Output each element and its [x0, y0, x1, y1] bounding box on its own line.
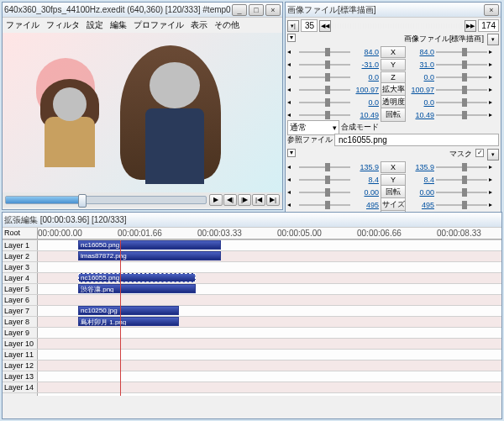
timeline-layer[interactable]: Layer 1nc16050.png — [3, 240, 501, 251]
layer-track[interactable]: nc10250.jpg — [38, 306, 501, 316]
layer-track[interactable] — [38, 328, 501, 338]
frame-end[interactable]: 174 — [478, 19, 499, 32]
param-value-right[interactable]: 8.4 — [407, 176, 434, 184]
param-slider[interactable] — [299, 113, 350, 118]
param-slider[interactable] — [436, 177, 487, 182]
frame-start[interactable]: 35 — [301, 19, 318, 32]
layer-label[interactable]: Layer 3 — [3, 262, 38, 272]
layer-track[interactable]: 渋谷凛.png — [38, 284, 501, 294]
timeline-layer[interactable]: Layer 2imas87872.png — [3, 251, 501, 262]
key-left-icon[interactable]: ◂ — [287, 111, 297, 118]
param-slider[interactable] — [299, 50, 350, 55]
timeline-clip[interactable]: 島村卯月 1.png — [78, 317, 179, 326]
layer-track[interactable] — [38, 262, 501, 272]
layer-track[interactable] — [38, 393, 501, 396]
key-left-icon[interactable]: ◂ — [287, 48, 297, 55]
layer-label[interactable]: Layer 14 — [3, 382, 38, 392]
layer-label[interactable]: Layer 7 — [3, 306, 38, 316]
menu-other[interactable]: その他 — [214, 19, 239, 31]
props-titlebar[interactable]: 画像ファイル[標準描画] × — [286, 3, 501, 18]
param-value-left[interactable]: 0.0 — [352, 73, 379, 82]
layer-track[interactable]: nc16055.png — [38, 273, 501, 283]
param-value-right[interactable]: 84.0 — [407, 48, 434, 56]
prev-key-button[interactable]: ◀◀ — [319, 20, 331, 32]
menu-file[interactable]: ファイル — [6, 19, 39, 31]
param-value-left[interactable]: 0.00 — [352, 188, 379, 197]
param-label[interactable]: Y — [381, 174, 406, 186]
param-value-right[interactable]: 31.0 — [407, 61, 434, 69]
timeline-layer[interactable]: Layer 7nc10250.jpg — [3, 306, 501, 317]
param-value-right[interactable]: 135.9 — [407, 163, 434, 171]
key-left-icon[interactable]: ◂ — [287, 201, 297, 208]
timeline-layer[interactable]: Layer 10 — [3, 339, 501, 350]
timeline-layer[interactable]: Layer 3 — [3, 262, 501, 273]
param-slider[interactable] — [436, 50, 487, 55]
timeline-clip[interactable]: nc16050.png — [78, 240, 221, 250]
param-slider[interactable] — [299, 165, 350, 170]
param-slider[interactable] — [436, 113, 487, 118]
timeline-layer[interactable]: Layer 5渋谷凛.png — [3, 284, 501, 295]
param-label[interactable]: Y — [381, 59, 406, 71]
param-slider[interactable] — [436, 87, 487, 92]
param-value-left[interactable]: 84.0 — [352, 48, 379, 56]
layer-label[interactable]: Layer 6 — [3, 295, 38, 305]
menu-settings[interactable]: 設定 — [87, 19, 103, 31]
param-value-right[interactable]: 495 — [407, 201, 434, 209]
menu-profile[interactable]: プロファイル — [134, 19, 184, 31]
next-frame-button[interactable]: |▶ — [238, 194, 251, 206]
param-value-right[interactable]: 100.97 — [407, 86, 434, 94]
timeline-clip[interactable]: nc16055.png — [78, 273, 196, 282]
param-value-right[interactable]: 10.49 — [407, 111, 434, 119]
layer-label[interactable]: Layer 13 — [3, 371, 38, 382]
layer-track[interactable] — [38, 382, 501, 392]
param-slider[interactable] — [436, 75, 487, 80]
key-left-icon[interactable]: ◂ — [287, 163, 297, 171]
param-label[interactable]: 回転 — [381, 108, 406, 122]
param-value-left[interactable]: 10.49 — [352, 111, 379, 119]
start-button[interactable]: |◀ — [252, 194, 265, 206]
key-left-icon[interactable]: ◂ — [287, 188, 297, 196]
menu-filter[interactable]: フィルタ — [46, 19, 80, 31]
layer-label[interactable]: Layer 8 — [3, 317, 38, 327]
layer-label[interactable]: Layer 9 — [3, 328, 38, 338]
key-right-icon[interactable]: ▸ — [489, 201, 499, 208]
timeline-layer[interactable]: Layer 4nc16055.png — [3, 273, 501, 284]
param-label[interactable]: X — [381, 161, 406, 173]
key-right-icon[interactable]: ▸ — [489, 48, 499, 55]
timeline-layer[interactable]: Layer 13 — [3, 371, 501, 382]
mask-menu[interactable]: ▾ — [487, 149, 499, 161]
param-slider[interactable] — [436, 190, 487, 195]
key-left-icon[interactable]: ◂ — [287, 61, 297, 68]
timeline-layer[interactable]: Layer 11 — [3, 350, 501, 360]
timeline-layer[interactable]: Layer 9 — [3, 328, 501, 339]
param-slider[interactable] — [436, 100, 487, 105]
param-slider[interactable] — [436, 62, 487, 67]
seek-track[interactable] — [5, 196, 207, 204]
layer-label[interactable]: Layer 11 — [3, 350, 38, 360]
key-right-icon[interactable]: ▸ — [489, 61, 499, 68]
param-slider[interactable] — [299, 203, 350, 208]
timeline-clip[interactable]: nc10250.jpg — [78, 306, 179, 315]
next-key-button[interactable]: ▶▶ — [465, 20, 476, 32]
key-left-icon[interactable]: ◂ — [287, 86, 297, 93]
timeline-clip[interactable]: imas87872.png — [78, 251, 221, 260]
play-button[interactable]: ▶ — [209, 194, 223, 206]
layer-track[interactable]: imas87872.png — [38, 251, 501, 261]
preview-titlebar[interactable]: 640x360_30fps_44100Hz.exedit (640,360) [… — [3, 3, 282, 18]
layer-label[interactable]: Layer 5 — [3, 284, 38, 294]
file-type-menu[interactable]: ▾ — [487, 34, 499, 45]
timeline-titlebar[interactable]: 拡張編集 [00:00:03.96] [120/333] — [3, 213, 501, 228]
section2-toggle[interactable]: ▾ — [287, 149, 296, 157]
param-value-right[interactable]: 0.00 — [407, 188, 434, 197]
param-value-left[interactable]: 0.0 — [352, 98, 379, 107]
layer-track[interactable] — [38, 360, 501, 371]
param-value-right[interactable]: 0.0 — [407, 73, 434, 82]
param-slider[interactable] — [299, 190, 350, 195]
key-right-icon[interactable]: ▸ — [489, 188, 499, 196]
layer-track[interactable] — [38, 371, 501, 382]
param-slider[interactable] — [299, 87, 350, 92]
key-right-icon[interactable]: ▸ — [489, 98, 499, 106]
layer-label[interactable]: Layer 12 — [3, 360, 38, 371]
menu-view[interactable]: 表示 — [191, 19, 207, 31]
layer-label[interactable]: Layer 4 — [3, 273, 38, 283]
